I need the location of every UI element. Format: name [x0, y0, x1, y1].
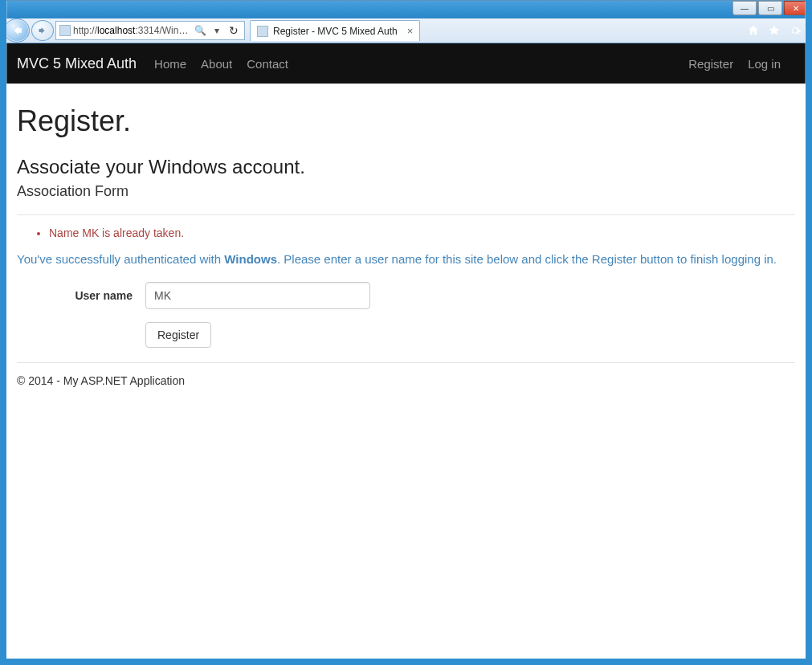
footer-divider: [17, 362, 795, 363]
url-path: :3314/Windows: [135, 25, 190, 36]
window-titlebar: — ▭ ✕: [1, 1, 811, 18]
nav-back-button[interactable]: [4, 18, 30, 43]
tab-favicon-icon: [257, 26, 268, 37]
window-minimize-button[interactable]: —: [732, 1, 757, 15]
username-label: User name: [17, 289, 145, 302]
info-text-post: . Please enter a user name for this site…: [277, 252, 777, 266]
address-dropdown-icon[interactable]: ▾: [210, 25, 224, 36]
page-viewport: MVC 5 Mixed Auth Home About Contact Regi…: [1, 43, 811, 664]
browser-tab[interactable]: Register - MVC 5 Mixed Auth ×: [250, 20, 420, 41]
info-message: You've successfully authenticated with W…: [17, 251, 795, 267]
nav-forward-button[interactable]: [31, 20, 54, 41]
address-bar[interactable]: http://localhost:3314/Windows 🔍 ▾ ↻: [55, 21, 245, 40]
nav-link-login[interactable]: Log in: [748, 57, 781, 71]
username-input[interactable]: [145, 282, 370, 309]
page-title: Register.: [17, 104, 795, 138]
url-scheme: http://: [73, 25, 97, 36]
tools-gear-icon[interactable]: [789, 24, 802, 37]
navbar-brand[interactable]: MVC 5 Mixed Auth: [17, 55, 137, 72]
window-maximize-button[interactable]: ▭: [758, 1, 782, 15]
site-navbar: MVC 5 Mixed Auth Home About Contact Regi…: [1, 43, 811, 84]
arrow-left-icon: [10, 24, 23, 37]
search-icon[interactable]: 🔍: [193, 25, 207, 36]
window-close-button[interactable]: ✕: [784, 1, 808, 15]
register-button[interactable]: Register: [145, 322, 211, 348]
browser-right-controls: [747, 24, 808, 37]
info-provider-name: Windows: [224, 252, 277, 266]
divider: [17, 214, 795, 215]
favorites-icon[interactable]: [768, 24, 781, 37]
address-url: http://localhost:3314/Windows: [73, 25, 190, 36]
info-text-pre: You've successfully authenticated with: [17, 252, 224, 266]
nav-link-contact[interactable]: Contact: [247, 57, 288, 71]
nav-link-register[interactable]: Register: [688, 57, 733, 71]
refresh-button[interactable]: ↻: [226, 24, 241, 37]
nav-link-about[interactable]: About: [201, 57, 232, 71]
url-host: localhost: [97, 25, 135, 36]
form-header: Association Form: [17, 183, 795, 200]
arrow-right-icon: [38, 26, 47, 35]
close-icon: ✕: [793, 4, 799, 13]
tab-title: Register - MVC 5 Mixed Auth: [273, 26, 398, 37]
tab-close-button[interactable]: ×: [407, 25, 414, 37]
browser-toolbar: http://localhost:3314/Windows 🔍 ▾ ↻ Regi…: [1, 18, 811, 43]
validation-summary: Name MK is already taken.: [49, 226, 795, 239]
nav-link-home[interactable]: Home: [154, 57, 186, 71]
page-footer: © 2014 - My ASP.NET Application: [17, 374, 795, 387]
page-favicon-icon: [59, 25, 71, 36]
maximize-icon: ▭: [767, 4, 774, 13]
page-subtitle: Associate your Windows account.: [17, 156, 795, 178]
home-icon[interactable]: [747, 24, 760, 37]
validation-error-item: Name MK is already taken.: [49, 226, 795, 239]
minimize-icon: —: [741, 4, 749, 13]
